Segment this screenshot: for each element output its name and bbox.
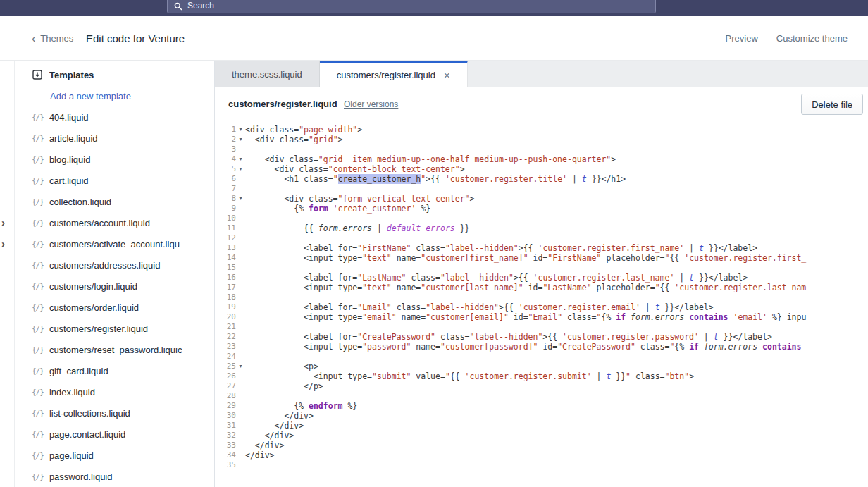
code-text: <input type="password" name="customer[pa… [245, 342, 801, 352]
global-search-input[interactable]: Search [167, 0, 656, 13]
fold-spacer [236, 421, 245, 431]
customize-theme-link[interactable]: Customize theme [776, 33, 848, 44]
code-line[interactable]: 10 [215, 214, 868, 223]
code-line[interactable]: 1▾<div class="page-width"> [215, 125, 868, 135]
sidebar-file-item[interactable]: {/}customers/account.liquid [15, 212, 214, 233]
code-line[interactable]: 27 </p> [215, 381, 868, 391]
sidebar-file-item[interactable]: {/}customers/register.liquid [15, 318, 214, 339]
code-line[interactable]: 30 </div> [215, 411, 868, 421]
fold-spacer [236, 283, 245, 292]
line-number: 18 [215, 292, 236, 302]
code-line[interactable]: 2▾ <div class="grid"> [215, 135, 868, 144]
file-name: customers/addresses.liquid [49, 260, 161, 271]
code-line[interactable]: 11 {{ form.errors | default_errors }} [215, 223, 868, 233]
back-to-themes-link[interactable]: ‹ Themes [32, 33, 73, 44]
code-line[interactable]: 25▾ <p> [215, 362, 868, 371]
fold-arrow-icon[interactable]: ▾ [236, 362, 245, 371]
code-line[interactable]: 6 <h1 class="create_customer_h">{{ 'cust… [215, 174, 868, 184]
sidebar-file-item[interactable]: {/}password.liquid [15, 466, 214, 487]
code-line[interactable]: 24 [215, 352, 868, 362]
code-line[interactable]: 32 </div> [215, 431, 868, 440]
code-line[interactable]: 12 [215, 233, 868, 243]
sidebar-file-item[interactable]: {/}customers/addresses.liquid [15, 254, 214, 276]
code-text: <label for="Email" class="label--hidden"… [245, 302, 714, 312]
code-line[interactable]: 29 {% endform %} [215, 401, 868, 411]
code-line[interactable]: 26 <input type="submit" value="{{ 'custo… [215, 371, 868, 381]
liquid-file-icon: {/} [32, 345, 44, 355]
sidebar-file-item[interactable]: {/}list-collections.liquid [15, 402, 214, 424]
code-line[interactable]: 31 </div> [215, 421, 868, 431]
sidebar-file-item[interactable]: {/}customers/login.liquid [15, 276, 214, 297]
preview-link[interactable]: Preview [726, 33, 758, 44]
sidebar-file-item[interactable]: {/}gift_card.liquid [15, 360, 214, 381]
code-line[interactable]: 35 [215, 460, 868, 470]
line-number: 19 [215, 302, 236, 312]
fold-arrow-icon[interactable]: ▾ [236, 135, 245, 144]
code-line[interactable]: 20 <input type="email" name="customer[em… [215, 312, 868, 322]
liquid-file-icon: {/} [32, 155, 44, 164]
templates-section-header[interactable]: Templates [15, 64, 214, 85]
sidebar-file-item[interactable]: {/}customers/activate_account.liqu [15, 233, 214, 254]
editor-tab[interactable]: customers/register.liquid× [320, 61, 468, 87]
code-line[interactable]: 14 <input type="text" name="customer[fir… [215, 253, 868, 263]
code-line[interactable]: 8▾ <div class="form-vertical text-center… [215, 194, 868, 204]
line-number: 16 [215, 273, 236, 283]
code-line[interactable]: 15 [215, 263, 868, 273]
code-line[interactable]: 22 <label for="CreatePassword" class="la… [215, 332, 868, 342]
sidebar-file-item[interactable]: {/}blog.liquid [15, 149, 214, 170]
fold-spacer [236, 401, 245, 411]
sidebar-file-item[interactable]: {/}customers/order.liquid [15, 297, 214, 318]
line-number: 31 [215, 421, 236, 431]
code-text: <div class="page-width"> [245, 125, 362, 135]
fold-arrow-icon[interactable]: ▾ [236, 194, 245, 204]
liquid-file-icon: {/} [32, 366, 44, 376]
code-text: <label for="LastName" class="label--hidd… [245, 273, 748, 283]
liquid-file-icon: {/} [32, 134, 44, 143]
delete-file-button[interactable]: Delete file [801, 94, 863, 115]
code-line[interactable]: 16 <label for="LastName" class="label--h… [215, 273, 868, 283]
add-new-template-link[interactable]: Add a new template [15, 85, 214, 106]
line-number: 27 [215, 381, 236, 391]
file-name: collection.liquid [49, 197, 111, 207]
code-line[interactable]: 34</div> [215, 450, 868, 460]
code-text: </div> [245, 421, 304, 431]
code-line[interactable]: 5▾ <div class="content-block text-center… [215, 164, 868, 174]
code-line[interactable]: 28 [215, 391, 868, 401]
code-line[interactable]: 33 </div> [215, 440, 868, 450]
code-text: </div> [245, 440, 284, 450]
fold-spacer [236, 411, 245, 421]
fold-spacer [236, 144, 245, 154]
code-line[interactable]: 18 [215, 292, 868, 302]
sidebar-file-item[interactable]: {/}cart.liquid [15, 170, 214, 191]
editor-tab[interactable]: theme.scss.liquid [215, 61, 320, 87]
file-name: cart.liquid [49, 175, 89, 186]
fold-arrow-icon[interactable]: ▾ [236, 164, 245, 174]
code-line[interactable]: 19 <label for="Email" class="label--hidd… [215, 302, 868, 312]
code-line[interactable]: 3 [215, 144, 868, 154]
sidebar-file-item[interactable]: {/}index.liquid [15, 381, 214, 402]
older-versions-link[interactable]: Older versions [344, 99, 398, 109]
fold-arrow-icon[interactable]: ▾ [236, 125, 245, 135]
sidebar-file-item[interactable]: {/}page.contact.liquid [15, 424, 214, 445]
code-line[interactable]: 21 [215, 322, 868, 332]
code-editor[interactable]: 1▾<div class="page-width">2▾ <div class=… [215, 121, 868, 487]
code-line[interactable]: 23 <input type="password" name="customer… [215, 342, 868, 352]
sidebar-file-item[interactable]: {/}404.liquid [15, 106, 214, 128]
code-line[interactable]: 7 [215, 184, 868, 194]
code-line[interactable]: 4▾ <div class="grid__item medium-up--one… [215, 154, 868, 164]
sidebar-file-item[interactable]: {/}collection.liquid [15, 191, 214, 212]
sidebar-file-item[interactable]: {/}article.liquid [15, 128, 214, 149]
chevron-right-icon[interactable]: › [1, 240, 5, 248]
code-line[interactable]: 17 <input type="text" name="customer[las… [215, 283, 868, 292]
fold-spacer [236, 233, 245, 243]
sidebar-file-item[interactable]: {/}customers/reset_password.liquic [15, 339, 214, 360]
line-number: 30 [215, 411, 236, 421]
sidebar-file-item[interactable]: {/}page.liquid [15, 445, 214, 466]
tab-close-icon[interactable]: × [444, 69, 450, 81]
chevron-right-icon[interactable]: › [1, 218, 5, 227]
file-name: customers/login.liquid [49, 281, 137, 292]
code-text: <p> [245, 362, 318, 371]
code-line[interactable]: 9 {% form 'create_customer' %} [215, 204, 868, 214]
code-line[interactable]: 13 <label for="FirstName" class="label--… [215, 243, 868, 253]
fold-arrow-icon[interactable]: ▾ [236, 154, 245, 164]
